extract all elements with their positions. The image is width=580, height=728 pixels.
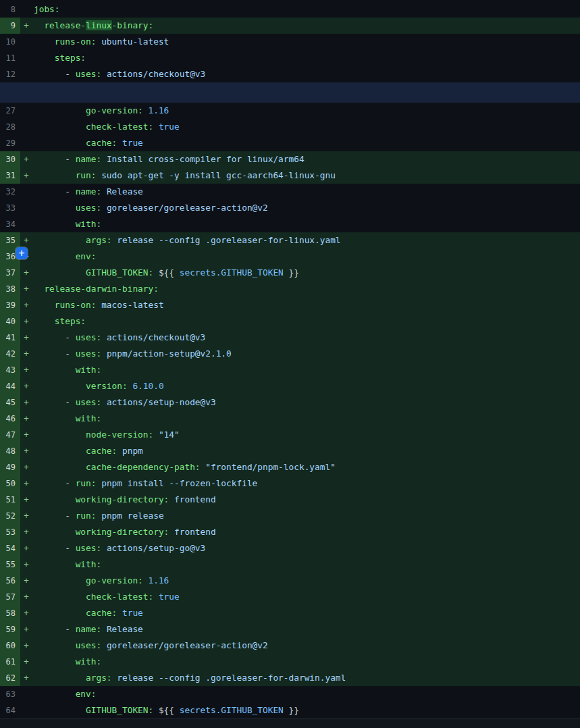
line-number[interactable]: 50 (0, 475, 20, 492)
code-line: - uses: actions/setup-node@v3 (34, 394, 580, 411)
diff-line-29: 29 cache: true (0, 135, 580, 151)
line-number[interactable]: 56 (0, 573, 20, 589)
code-line: runs-on: ubuntu-latest (34, 34, 580, 50)
line-number[interactable]: 29 (0, 135, 20, 151)
diff-line-11: 11 steps: (0, 50, 580, 66)
diff-marker: + (20, 556, 34, 573)
diff-line-48: 48+ cache: pnpm (0, 443, 580, 459)
diff-line-59: 59+ - name: Release (0, 621, 580, 638)
diff-marker: + (20, 18, 34, 34)
line-number[interactable]: 55 (0, 556, 20, 573)
code-line: working-directory: frontend (34, 524, 580, 540)
line-number[interactable]: 63 (0, 686, 20, 702)
diff-line-34: 34 with: (0, 216, 580, 232)
diff-marker: + (20, 638, 34, 654)
code-line: - name: Install cross-compiler for linux… (34, 151, 580, 167)
line-number[interactable]: 8 (0, 1, 20, 18)
line-number[interactable]: 44 (0, 378, 20, 394)
line-number[interactable]: 60 (0, 638, 20, 654)
line-number[interactable]: 41 (0, 330, 20, 346)
code-line: with: (34, 362, 580, 378)
line-number[interactable]: 11 (0, 50, 20, 66)
line-number[interactable]: 53 (0, 524, 20, 540)
diff-line-28: 28 check-latest: true (0, 119, 580, 135)
code-line: - uses: pnpm/action-setup@v2.1.0 (34, 346, 580, 362)
diff-marker (20, 216, 34, 232)
line-number[interactable]: 34 (0, 216, 20, 232)
diff-marker (20, 702, 34, 719)
line-number[interactable]: 51 (0, 492, 20, 508)
line-number[interactable]: 30 (0, 151, 20, 167)
line-number[interactable]: 58 (0, 605, 20, 621)
line-number[interactable]: 52 (0, 508, 20, 524)
line-number[interactable]: 10 (0, 34, 20, 50)
diff-line-63: 63 env: (0, 686, 580, 702)
add-line-comment-button[interactable]: + (16, 247, 28, 259)
code-line: with: (34, 216, 580, 232)
code-line: args: release --config .goreleaser-for-l… (34, 232, 580, 249)
diff-marker: + (20, 654, 34, 670)
diff-line-32: 32 - name: Release (0, 184, 580, 200)
line-number[interactable]: 43 (0, 362, 20, 378)
line-number[interactable]: 54 (0, 540, 20, 556)
code-line: GITHUB_TOKEN: ${{ secrets.GITHUB_TOKEN }… (34, 265, 580, 281)
line-number[interactable]: 35 (0, 232, 20, 249)
diff-line-47: 47+ node-version: "14" (0, 427, 580, 443)
line-number[interactable]: 45 (0, 394, 20, 411)
diff-line-46: 46+ with: (0, 411, 580, 427)
code-line: steps: (34, 313, 580, 330)
expand-hunk-row[interactable] (0, 82, 580, 103)
diff-marker: + (20, 378, 34, 394)
diff-marker: + (20, 443, 34, 459)
code-line: GITHUB_TOKEN: ${{ secrets.GITHUB_TOKEN }… (34, 702, 580, 719)
line-number[interactable]: 64 (0, 702, 20, 719)
diff-marker: + (20, 151, 34, 167)
line-number[interactable]: 31 (0, 167, 20, 184)
diff-line-38: 38+ release-darwin-binary: (0, 281, 580, 297)
line-number[interactable]: 46 (0, 411, 20, 427)
line-number[interactable]: 59 (0, 621, 20, 638)
diff-line-40: 40+ steps: (0, 313, 580, 330)
code-line: runs-on: macos-latest (34, 297, 580, 313)
diff-line-30: 30+ - name: Install cross-compiler for l… (0, 151, 580, 167)
code-line: uses: goreleaser/goreleaser-action@v2 (34, 200, 580, 216)
line-number[interactable]: 37 (0, 265, 20, 281)
line-number[interactable]: 12 (0, 66, 20, 82)
line-number[interactable]: 39 (0, 297, 20, 313)
diff-marker (20, 50, 34, 66)
diff-marker: + (20, 540, 34, 556)
diff-line-60: 60+ uses: goreleaser/goreleaser-action@v… (0, 638, 580, 654)
line-number[interactable]: 61 (0, 654, 20, 670)
line-number[interactable]: 47 (0, 427, 20, 443)
line-number[interactable]: 40 (0, 313, 20, 330)
line-number[interactable]: 49 (0, 459, 20, 475)
diff-line-9: 9+ release-linux-binary: (0, 18, 580, 34)
diff-line-56: 56+ go-version: 1.16 (0, 573, 580, 589)
diff-marker: + (20, 411, 34, 427)
diff-line-57: 57+ check-latest: true (0, 589, 580, 605)
line-number[interactable]: 57 (0, 589, 20, 605)
diff-line-8: 8jobs: (0, 1, 580, 18)
diff-marker: + (20, 362, 34, 378)
diff-marker: + (20, 670, 34, 686)
diff-marker: + (20, 589, 34, 605)
diff-marker: + (20, 281, 34, 297)
code-line: env: (34, 686, 580, 702)
line-number[interactable]: 38 (0, 281, 20, 297)
diff-marker: + (20, 297, 34, 313)
line-number[interactable]: 28 (0, 119, 20, 135)
line-number[interactable]: 62 (0, 670, 20, 686)
code-line: release-darwin-binary: (34, 281, 580, 297)
diff-marker: + (20, 475, 34, 492)
line-number[interactable]: 9 (0, 18, 20, 34)
line-number[interactable]: 33 (0, 200, 20, 216)
line-number[interactable]: 48 (0, 443, 20, 459)
code-line: cache: true (34, 605, 580, 621)
diff-footer (0, 719, 580, 728)
line-number[interactable]: 42 (0, 346, 20, 362)
line-number[interactable]: 27 (0, 103, 20, 119)
diff-marker: + (20, 459, 34, 475)
line-number[interactable]: 32 (0, 184, 20, 200)
diff-marker (20, 103, 34, 119)
diff-line-61: 61+ with: (0, 654, 580, 670)
